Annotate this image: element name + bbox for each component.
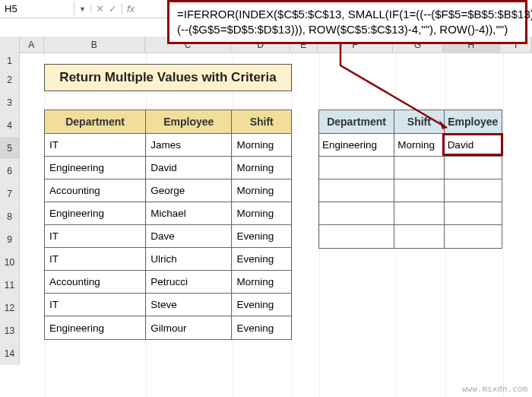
formula-bar-expanded[interactable]: =IFERROR(INDEX($C$5:$C$13, SMALL(IF(1=((… bbox=[167, 0, 527, 44]
result-table: Department Shift Employee EngineeringMor… bbox=[318, 110, 502, 249]
cancel-icon[interactable]: ✕ bbox=[96, 3, 104, 14]
row-headers: 1 2 3 4 5 6 7 8 9 10 11 12 13 14 bbox=[0, 53, 20, 365]
table-row: EngineeringDavidMorning bbox=[45, 157, 291, 179]
table-row: AccountingGeorgeMorning bbox=[45, 179, 291, 202]
table-row: EngineeringMichaelMorning bbox=[45, 202, 291, 225]
formula-line-2: (--($G$5=$D$5:$D$13))), ROW($C$5:$C$13)-… bbox=[177, 22, 518, 37]
table-row bbox=[319, 157, 502, 179]
name-box[interactable]: H5 bbox=[0, 2, 74, 16]
table-row bbox=[319, 179, 502, 202]
row-header-14[interactable]: 14 bbox=[0, 342, 20, 365]
table-row: ITJamesMorning bbox=[45, 134, 291, 157]
table1-header-shift[interactable]: Shift bbox=[232, 110, 291, 133]
table-row: AccountingPetrucciMorning bbox=[45, 271, 291, 294]
row-header-4[interactable]: 4 bbox=[0, 114, 20, 137]
watermark: www.msxdn.com bbox=[462, 384, 527, 394]
table-row: ITUlrichEvening bbox=[45, 248, 291, 271]
confirm-icon[interactable]: ✓ bbox=[109, 3, 117, 14]
row-header-7[interactable]: 7 bbox=[0, 183, 20, 205]
data-table: Department Employee Shift ITJamesMorning… bbox=[44, 110, 292, 340]
cells-area[interactable]: Return Multiple Values with Criteria Dep… bbox=[20, 53, 532, 397]
sheet-title: Return Multiple Values with Criteria bbox=[44, 64, 292, 91]
row-header-12[interactable]: 12 bbox=[0, 297, 20, 319]
row-header-1[interactable]: 1 bbox=[0, 53, 20, 68]
table2-header-shift[interactable]: Shift bbox=[394, 110, 444, 133]
table1-header-row: Department Employee Shift bbox=[45, 110, 291, 134]
formula-line-1: =IFERROR(INDEX($C$5:$C$13, SMALL(IF(1=((… bbox=[177, 7, 518, 22]
table2-header-department[interactable]: Department bbox=[319, 110, 394, 133]
fx-icon[interactable]: fx bbox=[122, 3, 139, 14]
table1-header-employee[interactable]: Employee bbox=[146, 110, 232, 133]
table-row: EngineeringMorningDavid bbox=[319, 134, 502, 157]
col-header-a[interactable]: A bbox=[20, 37, 44, 52]
table-row bbox=[319, 202, 502, 225]
name-box-dropdown-icon[interactable]: ▼ bbox=[74, 5, 91, 13]
col-header-b[interactable]: B bbox=[44, 37, 145, 52]
select-all-corner[interactable] bbox=[0, 37, 20, 53]
row-header-13[interactable]: 13 bbox=[0, 319, 20, 342]
row-header-3[interactable]: 3 bbox=[0, 91, 20, 114]
row-header-8[interactable]: 8 bbox=[0, 205, 20, 228]
table-row: EngineeringGilmourEvening bbox=[45, 316, 291, 339]
row-header-5[interactable]: 5 bbox=[0, 137, 20, 160]
table1-header-department[interactable]: Department bbox=[45, 110, 146, 133]
row-header-9[interactable]: 9 bbox=[0, 228, 20, 251]
row-header-11[interactable]: 11 bbox=[0, 274, 20, 297]
row-header-10[interactable]: 10 bbox=[0, 251, 20, 274]
table-row: ITSteveEvening bbox=[45, 294, 291, 316]
row-header-6[interactable]: 6 bbox=[0, 160, 20, 183]
fx-controls: ✕ ✓ bbox=[91, 3, 122, 14]
table-row bbox=[319, 225, 502, 248]
row-header-2[interactable]: 2 bbox=[0, 68, 20, 91]
table2-header-row: Department Shift Employee bbox=[319, 110, 502, 134]
spreadsheet-grid: A B C D E F G H I 1 2 3 4 5 6 7 8 9 10 1… bbox=[0, 37, 532, 397]
table2-header-employee[interactable]: Employee bbox=[445, 110, 502, 133]
table-row: ITDaveEvening bbox=[45, 225, 291, 248]
